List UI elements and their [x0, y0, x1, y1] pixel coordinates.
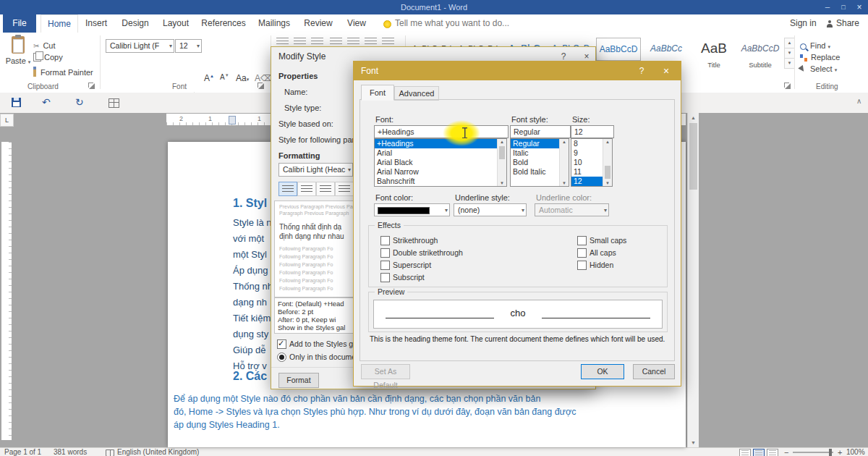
clipboard-dialog-launcher[interactable] — [88, 83, 95, 90]
font-color-combo[interactable] — [374, 203, 450, 216]
align-right-button[interactable] — [316, 182, 335, 196]
vertical-ruler[interactable] — [1, 142, 12, 440]
find-button[interactable]: Find ▾ — [800, 41, 830, 51]
double-strikethrough-checkbox[interactable]: Double strikethrough — [380, 248, 463, 258]
draw-table-icon[interactable] — [109, 98, 119, 108]
web-layout-icon[interactable] — [767, 449, 778, 456]
align-justify-button[interactable] — [335, 182, 354, 196]
shrink-font-icon[interactable]: A▼ — [220, 73, 229, 81]
redo-icon[interactable]: ↻ — [75, 96, 84, 108]
word-count[interactable]: 381 words — [54, 448, 87, 456]
close-button[interactable] — [854, 2, 865, 12]
font-dialog-titlebar[interactable]: Font ? × — [354, 62, 681, 80]
tab-view[interactable]: View — [340, 14, 373, 33]
strikethrough-checkbox[interactable]: Strikethrough — [380, 236, 438, 245]
undo-icon[interactable]: ↶ — [42, 96, 51, 108]
show-paragraph-marks-icon[interactable] — [382, 38, 394, 46]
font-size-input[interactable]: 12 — [571, 125, 614, 138]
style-item-subtitle[interactable]: AaBbCcDSubtitle — [738, 38, 783, 75]
add-to-gallery-checkbox[interactable]: Add to the Styles gal — [277, 339, 359, 349]
all-caps-checkbox[interactable]: All caps — [577, 248, 616, 258]
print-layout-icon[interactable] — [753, 449, 765, 456]
grow-font-icon[interactable]: A▲ — [204, 73, 214, 83]
indent-marker[interactable] — [229, 116, 236, 124]
zoom-out-icon[interactable]: − — [784, 448, 788, 456]
tab-home[interactable]: Home — [41, 14, 78, 33]
cut-button[interactable]: ✂Cut — [33, 41, 56, 51]
tab-file[interactable]: File — [3, 14, 36, 33]
styles-scroll-up-icon[interactable]: ▲ — [784, 38, 795, 48]
tab-references[interactable]: References — [197, 14, 250, 33]
font-style-list[interactable]: Regular Italic Bold Bold Italic ▲▼ — [510, 138, 569, 187]
font-style-input[interactable]: Regular — [510, 125, 571, 138]
read-mode-icon[interactable] — [739, 449, 751, 456]
page-indicator[interactable]: Page 1 of 1 — [4, 448, 41, 456]
font-dialog-close-icon[interactable]: × — [659, 64, 673, 77]
zoom-slider-track[interactable] — [793, 452, 833, 453]
sign-in-link[interactable]: Sign in — [790, 14, 817, 33]
tell-me-box[interactable]: Tell me what you want to do... — [395, 14, 509, 33]
multilevel-list-icon[interactable] — [311, 38, 323, 46]
font-option[interactable]: Arial Black — [375, 158, 506, 167]
size-list-scrollbar[interactable]: ▲▼ — [603, 139, 612, 186]
style-font-combo[interactable]: Calibri Light (Heac — [278, 163, 353, 177]
underline-style-combo[interactable]: (none) — [454, 203, 527, 216]
font-name-input[interactable]: +Headings — [374, 125, 509, 138]
vertical-scrollbar[interactable]: ▲ ▼ — [687, 113, 699, 447]
select-button[interactable]: Select ▾ — [800, 64, 837, 74]
scroll-up-icon[interactable]: ▲ — [688, 115, 699, 120]
superscript-checkbox[interactable]: Superscript — [380, 261, 431, 270]
only-in-document-radio[interactable]: Only in this documen — [277, 352, 360, 362]
align-center-button[interactable] — [297, 182, 316, 196]
font-tab[interactable]: Font — [361, 85, 394, 101]
tab-stop-selector[interactable]: L — [0, 114, 14, 127]
style-item-title[interactable]: AaBTitle — [692, 38, 736, 75]
small-caps-checkbox[interactable]: Small caps — [577, 236, 626, 245]
font-size-list[interactable]: 8 9 10 11 12 ▲▼ — [571, 138, 613, 187]
change-case-icon[interactable]: Aa▾ — [236, 73, 249, 83]
tab-design[interactable]: Design — [116, 14, 155, 33]
tab-review[interactable]: Review — [298, 14, 339, 33]
format-painter-button[interactable]: Format Painter — [33, 67, 93, 77]
increase-indent-icon[interactable] — [347, 38, 359, 46]
copy-button[interactable]: Copy — [33, 52, 63, 62]
paste-button[interactable]: Paste ▾ — [4, 36, 32, 78]
ok-button[interactable]: OK — [581, 364, 624, 379]
style-list-scrollbar[interactable]: ▲▼ — [559, 139, 569, 186]
font-option[interactable]: Arial Narrow — [375, 167, 506, 177]
align-left-button[interactable] — [278, 182, 297, 196]
collapse-ribbon-icon[interactable]: ∧ — [856, 97, 861, 105]
font-option-selected[interactable]: +Headings — [375, 139, 506, 148]
decrease-indent-icon[interactable] — [330, 38, 342, 46]
tab-layout[interactable]: Layout — [156, 14, 195, 33]
format-menu-button[interactable]: Format — [278, 373, 319, 388]
font-option[interactable]: Bahnschrift — [375, 177, 506, 186]
sort-icon[interactable] — [365, 38, 377, 46]
styles-dialog-launcher[interactable] — [784, 83, 791, 90]
styles-scroll-down-icon[interactable]: ▼ — [784, 48, 795, 59]
font-dialog-help-icon[interactable]: ? — [634, 64, 649, 77]
font-name-list[interactable]: +Headings Arial Arial Black Arial Narrow… — [374, 138, 507, 187]
styles-more-icon[interactable]: ▼ — [784, 58, 795, 69]
replace-button[interactable]: Replace — [800, 52, 840, 62]
hidden-checkbox[interactable]: Hidden — [577, 261, 613, 270]
share-button[interactable]: Share — [836, 14, 859, 33]
scrollbar-thumb[interactable] — [689, 123, 697, 190]
zoom-level[interactable]: 100% — [846, 448, 865, 456]
advanced-tab[interactable]: Advanced — [394, 86, 439, 101]
font-option[interactable]: Arial — [375, 148, 506, 158]
zoom-in-icon[interactable]: + — [838, 448, 842, 456]
subscript-checkbox[interactable]: Subscript — [380, 273, 425, 282]
font-dialog-launcher[interactable] — [258, 83, 265, 90]
numbering-icon[interactable] — [294, 38, 306, 46]
cancel-button[interactable]: Cancel — [633, 364, 675, 379]
zoom-slider-thumb[interactable] — [829, 449, 832, 456]
scroll-down-icon[interactable]: ▼ — [688, 440, 699, 445]
font-size-combo[interactable]: 12 — [175, 39, 202, 53]
bullets-icon[interactable] — [276, 38, 289, 46]
minimize-button[interactable] — [822, 2, 833, 12]
language-indicator[interactable]: English (United Kingdom) — [117, 448, 199, 456]
maximize-button[interactable] — [838, 2, 849, 12]
font-family-combo[interactable]: Calibri Light (F — [106, 39, 174, 53]
tab-mailings[interactable]: Mailings — [252, 14, 297, 33]
